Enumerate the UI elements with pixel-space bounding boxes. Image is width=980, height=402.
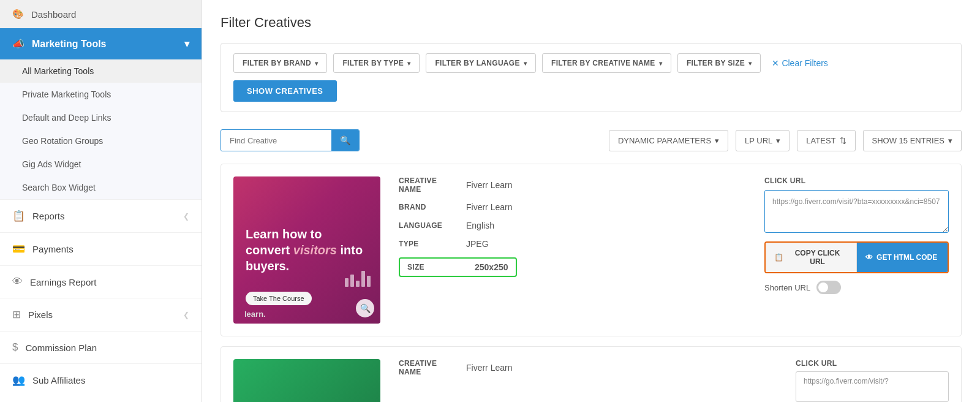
filter-bar: FILTER BY BRAND ▾ FILTER BY TYPE ▾ FILTE… [221,43,962,112]
creative-details-1: CREATIVE NAME Fiverr Learn BRAND Fiverr … [399,176,746,286]
shorten-url-toggle[interactable] [816,281,841,294]
shorten-url-label: Shorten URL [764,283,810,292]
sidebar-item-earnings[interactable]: 👁 Earnings Report [0,265,202,298]
reports-icon: 📋 [12,210,25,222]
chevron-down-icon: ▾ [184,38,189,50]
lp-url-button[interactable]: LP URL ▾ [736,130,790,151]
size-label: SIZE [407,263,469,271]
creative-actions-1: CLICK URL 📋 COPY CLICK URL 👁 GET HTML CO… [764,176,949,294]
sidebar-item-private-marketing[interactable]: Private Marketing Tools [0,83,202,106]
creative-name-value: Fiverr Learn [466,180,512,190]
click-url-textarea[interactable] [764,190,949,233]
show-entries-button[interactable]: SHOW 15 ENTRIES ▾ [863,130,962,151]
sidebar-marketing-header[interactable]: 📣 Marketing Tools ▾ [0,28,202,59]
show-creatives-button[interactable]: SHOW CREATIVES [233,80,337,102]
sidebar-item-default-deep-links[interactable]: Default and Deep Links [0,106,202,129]
latest-button[interactable]: LATEST ⇅ [797,130,855,151]
sidebar-item-commission[interactable]: $ Commission Plan [0,331,202,363]
chevron-lp-icon: ▾ [776,136,780,145]
chevron-brand-icon: ▾ [315,60,318,67]
filter-by-creative-name-button[interactable]: FILTER BY CREATIVE NAME ▾ [542,53,671,73]
sidebar-item-pixels[interactable]: ⊞ Pixels ❮ [0,298,202,331]
pixels-icon: ⊞ [12,308,21,321]
creative-cta: Take The Course [246,292,312,305]
search-icon: 🔍 [340,135,350,145]
sort-icon: ⇅ [840,136,846,145]
actions-row: 📋 COPY CLICK URL 👁 GET HTML CODE [764,241,949,273]
language-label: LANGUAGE [399,221,460,230]
payments-icon: 💳 [12,243,25,256]
chevron-entries-icon: ▾ [948,136,952,145]
type-value: JPEG [466,239,489,249]
dashboard-icon: 🎨 [12,9,24,20]
sidebar-item-payments[interactable]: 💳 Payments [0,232,202,265]
sidebar-item-dashboard[interactable]: 🎨 Dashboard [0,0,202,28]
size-value: 250x250 [475,262,508,272]
sidebar-item-geo-rotation[interactable]: Geo Rotation Groups [0,129,202,153]
type-label: TYPE [399,240,460,248]
language-value: English [466,221,494,230]
find-creative-search-button[interactable]: 🔍 [331,130,359,151]
table-controls: 🔍 DYNAMIC PARAMETERS ▾ LP URL ▾ LATEST ⇅… [221,124,962,151]
partial-details-2: CREATIVE NAME Fiverr Learn [399,359,777,376]
get-html-code-button[interactable]: 👁 GET HTML CODE [857,243,948,272]
partial-creative-name-value: Fiverr Learn [466,363,512,373]
page-title: Filter Creatives [221,15,962,31]
filter-by-type-button[interactable]: FILTER BY TYPE ▾ [333,53,420,73]
shorten-url-row: Shorten URL [764,281,949,294]
find-creative-input[interactable] [221,131,331,151]
size-row: SIZE 250x250 [399,257,746,277]
creative-name-row: CREATIVE NAME Fiverr Learn [399,176,746,194]
main-content: Filter Creatives FILTER BY BRAND ▾ FILTE… [202,0,980,402]
chevron-right-icon: ❮ [183,212,189,221]
commission-icon: $ [12,341,18,354]
partial-click-url: CLICK URL [796,359,949,402]
filter-by-language-button[interactable]: FILTER BY LANGUAGE ▾ [426,53,536,73]
creative-card-1: Learn how to convert visitors into buyer… [221,164,962,336]
x-icon: ✕ [772,58,779,68]
language-row: LANGUAGE English [399,221,746,230]
brand-row: BRAND Fiverr Learn [399,202,746,212]
megaphone-icon: 📣 [12,38,24,50]
sidebar-sub-items: All Marketing Tools Private Marketing To… [0,59,202,199]
partial-click-url-textarea[interactable] [796,371,949,402]
sidebar-item-search-box[interactable]: Search Box Widget [0,176,202,199]
filter-by-brand-button[interactable]: FILTER BY BRAND ▾ [233,53,327,73]
size-highlighted-row: SIZE 250x250 [399,257,517,277]
creative-card-2: CREATIVE NAME Fiverr Learn CLICK URL [221,346,962,402]
brand-value: Fiverr Learn [466,202,512,212]
show-creatives-row: SHOW CREATIVES [233,80,949,102]
creative-name-label: CREATIVE NAME [399,176,460,194]
partial-creative-name-label: CREATIVE NAME [399,359,460,376]
click-url-label: CLICK URL [764,176,949,185]
creative-logo: learn. [244,309,266,319]
sidebar-item-reports[interactable]: 📋 Reports ❮ [0,199,202,232]
chevron-right-pixels-icon: ❮ [183,311,189,319]
sub-affiliates-icon: 👥 [12,374,25,387]
sidebar-item-gig-ads[interactable]: Gig Ads Widget [0,153,202,176]
eye-icon: 👁 [865,253,873,262]
sidebar-section-marketing: 📣 Marketing Tools ▾ [0,28,202,59]
find-creative-wrap: 🔍 [221,129,360,151]
dynamic-parameters-button[interactable]: DYNAMIC PARAMETERS ▾ [609,130,728,151]
creative-image-2 [233,359,380,402]
sidebar-item-sub-affiliates[interactable]: 👥 Sub Affiliates [0,363,202,396]
chevron-size-icon: ▾ [748,60,752,67]
brand-label: BRAND [399,203,460,211]
clear-filters-button[interactable]: ✕ Clear Filters [772,58,827,68]
toggle-slider [816,281,841,294]
sidebar-marketing-label: Marketing Tools [32,39,107,50]
copy-click-url-button[interactable]: 📋 COPY CLICK URL [766,243,857,272]
filter-row: FILTER BY BRAND ▾ FILTER BY TYPE ▾ FILTE… [233,53,949,73]
type-row: TYPE JPEG [399,239,746,249]
copy-icon: 📋 [774,253,783,262]
earnings-icon: 👁 [12,276,23,288]
chevron-language-icon: ▾ [524,60,527,67]
chevron-dynamic-icon: ▾ [715,136,719,145]
filter-by-size-button[interactable]: FILTER BY SIZE ▾ [677,53,761,73]
sidebar-item-all-marketing[interactable]: All Marketing Tools [0,59,202,83]
zoom-icon[interactable]: 🔍 [356,299,374,317]
creative-graph [345,271,371,287]
sidebar-dashboard-label: Dashboard [31,9,76,20]
chevron-creative-icon: ▾ [659,60,662,67]
